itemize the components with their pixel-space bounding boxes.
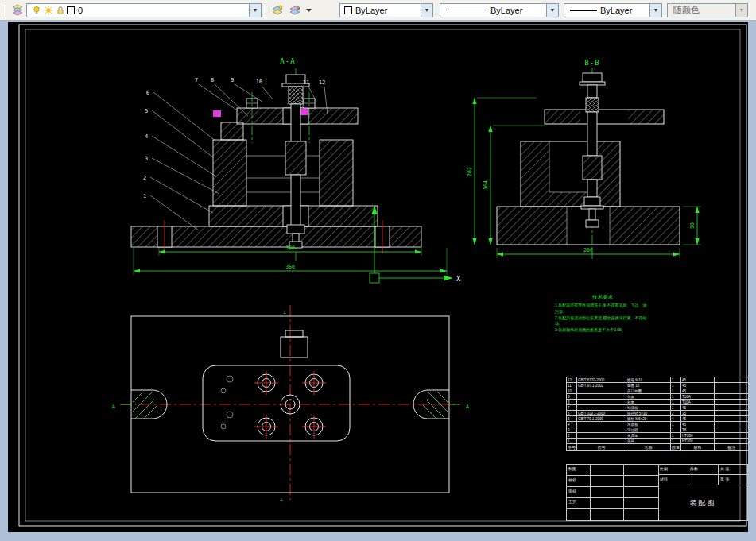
bom-cell-qty: 1	[671, 383, 681, 388]
datum-a-left: A	[112, 404, 115, 410]
balloon-11: 11	[303, 79, 309, 86]
tb-label	[567, 509, 591, 521]
layer-properties-button[interactable]	[9, 2, 26, 18]
toolbar-grip[interactable]	[4, 3, 6, 17]
layer-combo-dropdown-arrow[interactable]: ▼	[249, 4, 261, 17]
bom-cell-qty: 2	[671, 411, 681, 416]
bom-cell-remark	[715, 394, 749, 400]
lineweight-combo-dropdown-arrow[interactable]: ▼	[649, 4, 661, 17]
bom-cell-remark	[715, 422, 749, 427]
balloon-12: 12	[319, 79, 325, 86]
title-block-row: 审核	[567, 487, 658, 498]
plot-style-combo[interactable]: 随颜色 ▼	[667, 3, 748, 17]
layer-name: 0	[78, 6, 83, 15]
bom-cell-material: T8	[681, 427, 715, 433]
bom-cell-material: T10A	[681, 400, 715, 405]
toolbar-grip[interactable]	[264, 3, 266, 17]
technical-notes: 技术要求 1.装配前所有零件须清洗干净,不得有毛刺、飞边、油污等。2.装配后各活…	[555, 294, 650, 334]
color-combo[interactable]: ByLayer ▼	[339, 3, 433, 17]
dim-202: 202	[467, 167, 473, 176]
bom-cell-no: 2	[567, 433, 577, 439]
drawing-canvas[interactable]: A-A	[8, 22, 748, 532]
make-object-layer-current-button[interactable]	[269, 2, 286, 18]
tb-label: 材料	[658, 475, 688, 485]
tb-blank	[591, 509, 624, 521]
layer-tools-flyout-arrow[interactable]	[304, 2, 314, 18]
bom-cell-no: 3	[567, 427, 577, 433]
title-block-row: 比例 件数 共 张	[658, 465, 749, 475]
current-color-swatch	[344, 6, 352, 14]
title-block-row: 工艺	[567, 498, 658, 509]
bom-cell-code: GB/T 97.1-2002	[577, 383, 626, 388]
bom-rows: 12 GB/T 6170-2000 螺母 M10 1 45 11 GB/T 97…	[567, 377, 749, 444]
toolbar: 0 ▼ ByLayer ▼ ByLayer ▼ ByLaye	[0, 0, 756, 21]
balloon-1: 1	[143, 193, 146, 199]
bom-cell-qty: 1	[671, 394, 681, 400]
layer-color-swatch	[67, 6, 75, 14]
bom-header: 数量	[671, 444, 681, 451]
linetype-value: ByLayer	[490, 6, 522, 15]
view-section-aa[interactable]: A-A	[131, 57, 461, 283]
dim-50: 50	[689, 222, 696, 229]
note-line: 2.装配后各活动部位应灵活,螺纹连接须拧紧、不得松动。	[555, 315, 650, 328]
bom-cell-code	[577, 427, 626, 433]
balloon-10: 10	[256, 79, 262, 85]
color-combo-dropdown-arrow[interactable]: ▼	[421, 4, 432, 17]
lineweight-combo[interactable]: ByLayer ▼	[564, 3, 662, 17]
bom-row: 4 支承板 1 45	[567, 422, 749, 427]
bom-cell-code: GB/T 119.1-2000	[577, 411, 626, 416]
layer-combo[interactable]: 0 ▼	[26, 3, 262, 17]
bom-cell-qty: 1	[671, 439, 681, 444]
tb-blank	[624, 465, 658, 475]
tb-label: 工艺	[567, 498, 591, 508]
bom-row: 9 钻套 1 T10A	[567, 394, 749, 400]
lineweight-sample-icon	[570, 10, 597, 11]
aa-dimensions: 300 360	[134, 245, 447, 275]
bom-cell-name: 夹具体	[626, 433, 671, 439]
bom-row: 5 GB/T 70.1-2000 螺钉 M6×20 4 45	[567, 416, 749, 422]
balloon-7: 7	[195, 77, 198, 83]
bom-row: 2 夹具体 1 HT200	[567, 433, 749, 439]
balloon-6: 6	[146, 90, 149, 96]
magenta-insert-left	[213, 110, 221, 117]
slot-hatch-left	[133, 392, 157, 419]
bom-cell-code	[577, 422, 626, 427]
tb-label: 第 张	[719, 475, 749, 485]
note-line: 3.钻套轴线对底面的垂直度不大于0.05。	[555, 327, 650, 334]
bom-cell-no: 8	[567, 400, 577, 405]
bom-row: 10 开口垫圈 1 45	[567, 388, 749, 394]
bom-header: 名称	[626, 444, 671, 451]
tb-blank	[624, 476, 658, 486]
bom-cell-remark	[715, 439, 749, 444]
tb-label: 校核	[567, 476, 591, 486]
title-block-row: 材料 第 张	[658, 475, 749, 485]
bom-cell-no: 1	[567, 439, 577, 444]
bom-cell-remark	[715, 427, 749, 433]
tb-blank	[624, 498, 658, 508]
bom-cell-material: 35	[681, 411, 715, 416]
bom-cell-no: 7	[567, 405, 577, 411]
balloon-4: 4	[145, 133, 148, 140]
view-section-bb[interactable]: B-B	[467, 59, 701, 259]
plot-style-dropdown-arrow[interactable]: ▼	[735, 4, 747, 17]
bom-cell-remark	[715, 405, 749, 411]
bom-cell-material: 45	[681, 405, 715, 411]
bom-cell-qty: 1	[671, 422, 681, 427]
bom-cell-remark	[715, 433, 749, 439]
bom-cell-code: GB/T 6170-2000	[577, 377, 626, 383]
tb-blank	[591, 487, 624, 497]
bom-cell-name: 垫圈 10	[626, 383, 671, 388]
bom-cell-material: HT200	[681, 433, 715, 439]
bom-cell-material: 45	[681, 377, 715, 383]
bom-cell-name: 开口垫圈	[626, 388, 671, 394]
bom-cell-qty: 4	[671, 416, 681, 422]
layer-previous-button[interactable]	[286, 2, 304, 18]
bom-cell-no: 11	[567, 383, 577, 388]
view-plan[interactable]: A A ⊥ ⊥	[112, 305, 469, 504]
bom-cell-qty: 1	[671, 388, 681, 394]
bom-table: 12 GB/T 6170-2000 螺母 M10 1 45 11 GB/T 97…	[566, 377, 749, 451]
bom-cell-remark	[715, 377, 749, 383]
bom-cell-qty: 1	[671, 377, 681, 383]
linetype-combo[interactable]: ByLayer ▼	[440, 3, 559, 17]
linetype-combo-dropdown-arrow[interactable]: ▼	[546, 4, 558, 17]
